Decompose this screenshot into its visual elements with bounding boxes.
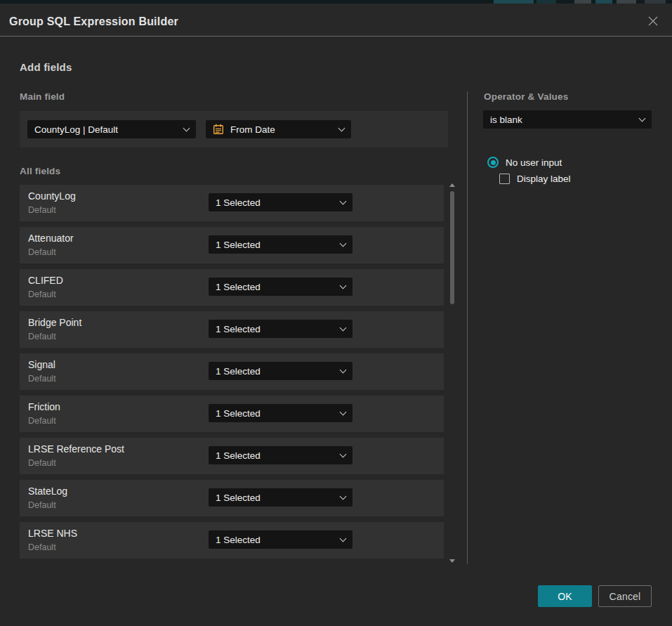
field-name: CountyLog: [28, 190, 76, 202]
display-label-option[interactable]: Display label: [499, 174, 571, 184]
field-row: Bridge Point Default 1 Selected: [20, 311, 444, 348]
field-selected-value: 1 Selected: [216, 535, 341, 545]
field-row: LRSE Reference Post Default 1 Selected: [20, 438, 444, 474]
operator-dropdown[interactable]: is blank: [483, 110, 652, 129]
field-selected-dropdown[interactable]: 1 Selected: [209, 362, 353, 380]
field-name: StateLog: [28, 485, 67, 497]
field-selected-dropdown[interactable]: 1 Selected: [209, 235, 353, 254]
chevron-down-icon: [340, 366, 347, 373]
field-row: Friction Default 1 Selected: [20, 396, 444, 432]
display-label-label: Display label: [517, 174, 571, 184]
field-selected-value: 1 Selected: [216, 282, 341, 292]
field-subtitle: Default: [28, 458, 56, 468]
field-selected-dropdown[interactable]: 1 Selected: [209, 404, 353, 422]
operator-values-heading: Operator & Values: [484, 91, 568, 102]
add-fields-heading: Add fields: [20, 61, 72, 73]
field-name: Attenuator: [28, 233, 74, 244]
scroll-down-icon[interactable]: [449, 559, 455, 563]
all-fields-label: All fields: [20, 166, 60, 176]
chevron-down-icon: [639, 115, 646, 122]
scrollbar-thumb[interactable]: [450, 191, 454, 304]
operator-value: is blank: [490, 115, 640, 125]
no-user-input-label: No user input: [506, 157, 562, 168]
no-user-input-option[interactable]: No user input: [487, 157, 562, 168]
field-row: Attenuator Default 1 Selected: [20, 227, 444, 263]
radio-dot: [491, 160, 496, 165]
chevron-down-icon: [340, 493, 347, 500]
field-selected-dropdown[interactable]: 1 Selected: [209, 530, 353, 549]
chevron-down-icon: [340, 535, 347, 542]
field-subtitle: Default: [28, 289, 56, 299]
field-subtitle: Default: [28, 542, 56, 552]
field-selected-dropdown[interactable]: 1 Selected: [209, 320, 353, 338]
field-subtitle: Default: [28, 332, 56, 341]
field-row: StateLog Default 1 Selected: [20, 480, 444, 516]
cancel-button[interactable]: Cancel: [598, 585, 652, 607]
field-selected-value: 1 Selected: [216, 366, 341, 377]
field-name: Signal: [28, 359, 55, 370]
chevron-down-icon: [340, 282, 347, 289]
field-row: LRSE NHS Default 1 Selected: [20, 522, 444, 559]
field-name: CLIFED: [28, 275, 63, 286]
field-row: Signal Default 1 Selected: [20, 353, 444, 390]
ok-button[interactable]: OK: [538, 585, 592, 607]
field-subtitle: Default: [28, 416, 56, 426]
field-name: Friction: [28, 401, 60, 412]
dialog-title: Group SQL Expression Builder: [9, 15, 178, 28]
field-subtitle: Default: [28, 247, 56, 257]
field-row: CLIFED Default 1 Selected: [20, 269, 444, 306]
all-fields-scrollbar[interactable]: [449, 183, 455, 563]
close-button[interactable]: [645, 13, 661, 29]
chevron-down-icon: [340, 324, 347, 331]
field-subtitle: Default: [28, 500, 56, 510]
chevron-down-icon: [340, 450, 347, 457]
chevron-down-icon: [338, 124, 345, 131]
field-selected-value: 1 Selected: [216, 408, 341, 419]
field-selected-value: 1 Selected: [216, 493, 341, 503]
field-selected-value: 1 Selected: [216, 240, 341, 250]
calendar-icon: [213, 124, 224, 135]
main-field-source-dropdown[interactable]: CountyLog | Default: [27, 120, 196, 138]
field-name: Bridge Point: [28, 317, 81, 328]
field-name: LRSE Reference Post: [28, 443, 124, 455]
chevron-down-icon: [183, 124, 190, 131]
radio-button-icon[interactable]: [487, 157, 499, 168]
field-selected-dropdown[interactable]: 1 Selected: [209, 488, 353, 507]
close-icon: [647, 15, 659, 27]
chevron-down-icon: [340, 240, 347, 247]
main-field-source-value: CountyLog | Default: [34, 124, 184, 135]
field-selected-dropdown[interactable]: 1 Selected: [209, 278, 353, 296]
main-field-field-value: From Date: [230, 124, 339, 135]
field-subtitle: Default: [28, 205, 56, 215]
field-selected-dropdown[interactable]: 1 Selected: [209, 193, 353, 211]
dialog-titlebar: Group SQL Expression Builder: [0, 4, 672, 37]
field-selected-value: 1 Selected: [216, 324, 341, 334]
field-selected-value: 1 Selected: [216, 197, 341, 208]
chevron-down-icon: [340, 408, 347, 415]
field-subtitle: Default: [28, 374, 56, 384]
main-field-bar: CountyLog | Default From Date: [20, 111, 448, 148]
main-field-field-dropdown[interactable]: From Date: [206, 120, 351, 138]
field-name: LRSE NHS: [28, 528, 77, 539]
field-selected-value: 1 Selected: [216, 450, 341, 461]
field-row: CountyLog Default 1 Selected: [20, 185, 444, 221]
chevron-down-icon: [340, 197, 347, 204]
field-selected-dropdown[interactable]: 1 Selected: [209, 446, 353, 464]
panel-divider: [467, 91, 468, 564]
checkbox-icon[interactable]: [499, 174, 510, 184]
scroll-up-icon[interactable]: [449, 183, 455, 187]
main-field-label: Main field: [20, 91, 65, 102]
